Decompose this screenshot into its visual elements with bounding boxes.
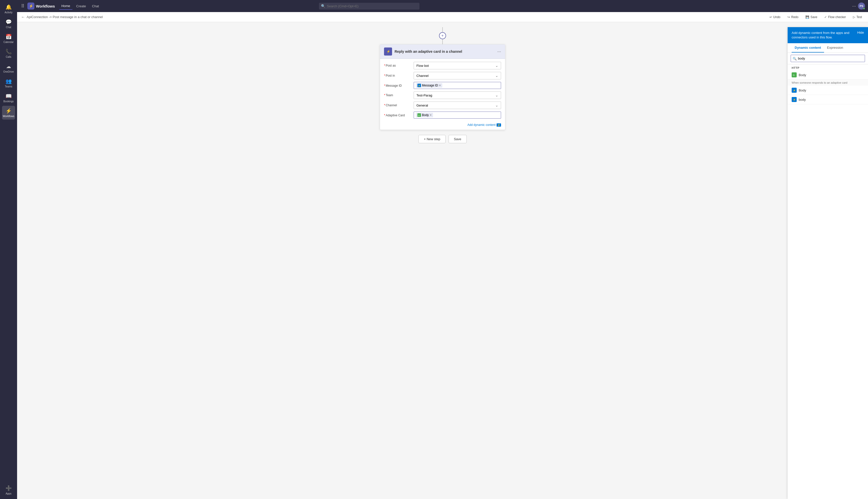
avatar-presence-dot bbox=[863, 8, 865, 10]
tab-expression[interactable]: Expression bbox=[824, 43, 846, 52]
subheader: ← ApiConnection -> Post message in a cha… bbox=[17, 12, 868, 22]
form-footer: Add dynamic content ⚡ bbox=[384, 121, 501, 126]
sidebar-item-calendar[interactable]: 📅 Calendar bbox=[2, 32, 15, 46]
sidebar-item-chat[interactable]: 💬 Chat bbox=[2, 17, 15, 31]
dynamic-list: HTTP G Body When someone responds to an … bbox=[788, 64, 868, 499]
dropdown-post-as[interactable]: Flow bot bbox=[414, 62, 501, 69]
chat-icon: 💬 bbox=[5, 19, 12, 25]
sidebar-item-label: Bookings bbox=[3, 100, 14, 103]
dynamic-item-body-lower[interactable]: ⚡ body bbox=[788, 95, 868, 104]
form-row-post-as: *Post as Flow bot bbox=[384, 62, 501, 69]
dynamic-item-body-http[interactable]: G Body bbox=[788, 70, 868, 80]
top-nav: Home Create Chat bbox=[59, 2, 101, 10]
sidebar: 🔔 Activity 💬 Chat 📅 Calendar 📞 Calls ☁ O… bbox=[0, 0, 17, 499]
onedrive-icon: ☁ bbox=[6, 63, 11, 69]
flow-card: ⚡ Reply with an adaptive card in a chann… bbox=[380, 44, 505, 130]
svg-text:⚡: ⚡ bbox=[418, 84, 420, 87]
dynamic-search-icon: 🔍 bbox=[793, 57, 797, 60]
connector-line bbox=[442, 27, 443, 32]
svg-text:⚡: ⚡ bbox=[386, 49, 390, 53]
apps-grid-icon[interactable]: ⠿ bbox=[20, 2, 25, 10]
svg-text:G: G bbox=[418, 114, 420, 117]
tag-adaptive-card-icon: G bbox=[418, 113, 421, 117]
nav-item-chat[interactable]: Chat bbox=[89, 3, 101, 10]
chevron-post-as bbox=[495, 63, 498, 68]
tag-adaptive-card-remove[interactable]: × bbox=[430, 113, 432, 117]
workflows-icon: ⚡ bbox=[5, 108, 12, 114]
sidebar-item-label: Workflows bbox=[3, 115, 14, 118]
svg-text:⚡: ⚡ bbox=[793, 98, 796, 101]
brand-name: Workflows bbox=[36, 4, 55, 8]
sidebar-item-apps[interactable]: ➕ Apps bbox=[2, 483, 15, 497]
dynamic-item-body-http-icon: G bbox=[792, 72, 797, 77]
activity-icon: 🔔 bbox=[5, 4, 12, 10]
add-step-connector-top[interactable]: + bbox=[439, 32, 446, 39]
save-icon: 💾 bbox=[805, 15, 809, 19]
sidebar-item-activity[interactable]: 🔔 Activity bbox=[2, 2, 15, 16]
sidebar-item-bookings[interactable]: 📖 Bookings bbox=[2, 91, 15, 105]
sidebar-item-workflows[interactable]: ⚡ Workflows bbox=[2, 106, 15, 120]
sidebar-item-label: OneDrive bbox=[3, 70, 14, 73]
breadcrumb-text: ApiConnection -> Post message in a chat … bbox=[27, 15, 103, 19]
dynamic-subsection-label: When someone responds to an adaptive car… bbox=[788, 80, 868, 86]
avatar[interactable]: PS bbox=[858, 2, 865, 10]
redo-button[interactable]: ↪ Redo bbox=[785, 14, 801, 20]
sidebar-item-calls[interactable]: 📞 Calls bbox=[2, 47, 15, 60]
bookings-icon: 📖 bbox=[5, 93, 12, 99]
sidebar-item-label: Calls bbox=[6, 56, 11, 58]
dropdown-team[interactable]: Test-Parag bbox=[414, 92, 501, 99]
dynamic-item-body-adaptive[interactable]: ⚡ Body bbox=[788, 86, 868, 95]
add-dynamic-content-link[interactable]: Add dynamic content ⚡ bbox=[468, 123, 501, 126]
brand: ⚡ Workflows bbox=[27, 2, 55, 10]
tag-message-id: ⚡ Message ID × bbox=[416, 83, 442, 88]
calendar-icon: 📅 bbox=[5, 34, 12, 40]
sidebar-item-label: Teams bbox=[5, 85, 12, 88]
breadcrumb: ← ApiConnection -> Post message in a cha… bbox=[21, 15, 103, 19]
tag-field-adaptive-card[interactable]: G Body × bbox=[414, 112, 501, 119]
back-button[interactable]: ← bbox=[21, 15, 25, 19]
save-button-canvas[interactable]: Save bbox=[449, 135, 467, 143]
tag-field-message-id[interactable]: ⚡ Message ID × bbox=[414, 82, 501, 89]
subheader-actions: ↩ Undo ↪ Redo 💾 Save ✓ Flow checker ▷ Te… bbox=[768, 14, 864, 20]
flow-checker-button[interactable]: ✓ Flow checker bbox=[822, 14, 848, 20]
new-step-button[interactable]: + New step bbox=[419, 135, 445, 143]
flow-card-body: *Post as Flow bot *Post in Channel bbox=[380, 59, 505, 130]
flow-checker-icon: ✓ bbox=[824, 15, 827, 19]
flow-card-more-button[interactable]: ··· bbox=[497, 49, 501, 54]
topbar-right: ··· PS bbox=[852, 2, 865, 10]
dropdown-channel[interactable]: General bbox=[414, 101, 501, 109]
sidebar-item-label: Calendar bbox=[3, 41, 14, 44]
search-box: 🔍 bbox=[319, 3, 419, 10]
search-input[interactable] bbox=[319, 3, 419, 10]
more-options-icon[interactable]: ··· bbox=[852, 3, 856, 9]
topbar: ⠿ ⚡ Workflows Home Create Chat 🔍 ··· PS bbox=[17, 0, 868, 12]
svg-text:G: G bbox=[793, 74, 795, 76]
sidebar-item-onedrive[interactable]: ☁ OneDrive bbox=[2, 61, 15, 75]
svg-text:⚡: ⚡ bbox=[793, 89, 796, 92]
dynamic-panel-header-text: Add dynamic content from the apps and co… bbox=[792, 31, 855, 40]
label-post-as: *Post as bbox=[384, 62, 412, 67]
label-adaptive-card: *Adaptive Card bbox=[384, 112, 412, 117]
lightning-icon: ⚡ bbox=[497, 123, 501, 126]
dynamic-search-area: 🔍 bbox=[788, 53, 868, 64]
flow-card-icon: ⚡ bbox=[384, 48, 392, 56]
sidebar-item-teams[interactable]: 👥 Teams bbox=[2, 76, 15, 90]
nav-item-home[interactable]: Home bbox=[59, 2, 73, 10]
test-icon: ▷ bbox=[853, 15, 855, 19]
dynamic-panel-hide-button[interactable]: Hide bbox=[857, 31, 864, 34]
undo-button[interactable]: ↩ Undo bbox=[768, 14, 783, 20]
top-connector: + bbox=[439, 27, 446, 44]
save-button-top[interactable]: 💾 Save bbox=[804, 14, 819, 20]
undo-icon: ↩ bbox=[770, 15, 772, 19]
dynamic-search-input[interactable] bbox=[791, 55, 865, 62]
tag-message-id-remove[interactable]: × bbox=[439, 84, 441, 87]
dynamic-item-body-http-label: Body bbox=[799, 73, 806, 77]
dynamic-section-http: HTTP bbox=[788, 64, 868, 70]
label-post-in: *Post in bbox=[384, 72, 412, 77]
test-button[interactable]: ▷ Test bbox=[851, 14, 864, 20]
tab-dynamic-content[interactable]: Dynamic content bbox=[792, 43, 824, 52]
canvas: + ⚡ Reply with an adaptive card in a cha… bbox=[17, 22, 868, 499]
nav-item-create[interactable]: Create bbox=[74, 3, 88, 10]
dropdown-post-in[interactable]: Channel bbox=[414, 72, 501, 80]
search-icon: 🔍 bbox=[321, 4, 325, 8]
